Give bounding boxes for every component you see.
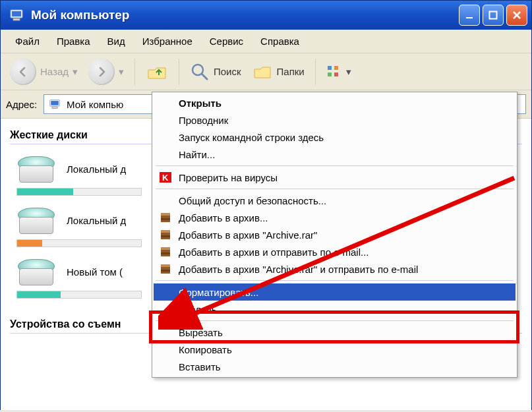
ctx-sharing[interactable]: Общий доступ и безопасность... <box>154 192 516 209</box>
winrar-icon <box>159 246 172 258</box>
folders-label: Папки <box>277 66 305 77</box>
svg-rect-1 <box>12 11 21 16</box>
ctx-rar-email[interactable]: Добавить в архив и отправить по e-mail..… <box>154 243 516 260</box>
window-title: Мой компьютер <box>31 8 456 22</box>
address-label: Адрес: <box>6 99 37 110</box>
menubar: Файл Правка Вид Избранное Сервис Справка <box>1 30 531 53</box>
titlebar: Мой компьютер <box>0 0 532 30</box>
svg-rect-3 <box>466 17 473 18</box>
folders-icon <box>252 63 273 81</box>
svg-rect-7 <box>334 66 338 70</box>
toolbar-separator <box>179 59 179 85</box>
svg-text:K: K <box>162 173 169 183</box>
up-button[interactable] <box>142 59 172 84</box>
svg-rect-8 <box>328 73 332 76</box>
menu-edit[interactable]: Правка <box>49 34 98 49</box>
drive-usage-bar <box>16 188 142 196</box>
maximize-button[interactable] <box>483 5 504 26</box>
winrar-icon <box>159 229 172 241</box>
menu-tools[interactable]: Сервис <box>202 34 251 49</box>
winrar-icon <box>159 263 172 275</box>
folder-up-icon <box>146 62 168 82</box>
forward-button[interactable]: ▾ <box>84 56 128 88</box>
chevron-down-icon: ▾ <box>73 66 78 78</box>
ctx-copy[interactable]: Копировать <box>154 341 516 358</box>
ctx-eject[interactable]: Извлечь <box>154 301 516 318</box>
back-button[interactable]: Назад ▾ <box>6 56 82 88</box>
svg-rect-2 <box>13 18 20 20</box>
ctx-separator <box>156 320 514 321</box>
my-computer-icon <box>48 98 61 110</box>
svg-rect-12 <box>52 107 57 108</box>
back-arrow-icon <box>10 59 36 85</box>
svg-rect-9 <box>334 73 338 76</box>
svg-rect-23 <box>161 252 170 254</box>
search-button[interactable]: Поиск <box>186 59 245 84</box>
ctx-cmd-here[interactable]: Запуск командной строки здесь <box>154 129 516 146</box>
drive-usage-bar <box>16 239 142 247</box>
svg-rect-22 <box>161 247 170 250</box>
drive-label: Локальный д <box>67 163 126 175</box>
ctx-separator <box>156 189 514 189</box>
toolbar-separator <box>134 59 135 85</box>
search-label: Поиск <box>214 66 241 77</box>
menu-view[interactable]: Вид <box>100 34 133 49</box>
ctx-rar-add[interactable]: Добавить в архив... <box>154 209 516 226</box>
context-menu: Открыть Проводник Запуск командной строк… <box>152 92 517 378</box>
back-label: Назад <box>40 66 69 77</box>
chevron-down-icon: ▾ <box>346 66 351 78</box>
folders-button[interactable]: Папки <box>248 60 309 84</box>
hard-drive-icon <box>15 154 57 184</box>
svg-rect-6 <box>328 66 332 70</box>
ctx-separator <box>156 165 514 166</box>
drive-label: Локальный д <box>67 215 126 226</box>
svg-rect-17 <box>161 218 170 220</box>
winrar-icon <box>159 212 172 223</box>
toolbar-separator <box>315 59 316 85</box>
minimize-button[interactable] <box>459 5 480 26</box>
views-button[interactable]: ▾ <box>322 62 355 82</box>
svg-rect-16 <box>161 213 170 216</box>
svg-rect-4 <box>490 12 497 19</box>
ctx-format[interactable]: Форматировать... <box>154 283 516 301</box>
menu-file[interactable]: Файл <box>7 34 47 49</box>
ctx-explorer[interactable]: Проводник <box>154 111 516 129</box>
hard-drive-icon <box>15 256 57 287</box>
address-value: Мой компью <box>67 99 123 110</box>
menu-fav[interactable]: Избранное <box>134 34 200 49</box>
ctx-rar-email-named[interactable]: Добавить в архив "Archive.rar" и отправи… <box>154 260 516 278</box>
ctx-cut[interactable]: Вырезать <box>154 324 516 341</box>
menu-help[interactable]: Справка <box>252 34 307 49</box>
kaspersky-icon: K <box>159 171 172 183</box>
drive-label: Новый том ( <box>67 266 123 278</box>
ctx-separator <box>156 280 514 281</box>
search-icon <box>190 62 210 82</box>
ctx-rar-add-named[interactable]: Добавить в архив "Archive.rar" <box>154 226 516 243</box>
svg-rect-19 <box>161 230 170 233</box>
my-computer-icon <box>9 7 24 23</box>
views-icon <box>326 65 342 79</box>
ctx-open[interactable]: Открыть <box>154 94 516 111</box>
drive-usage-bar <box>16 291 142 299</box>
svg-rect-20 <box>161 235 170 237</box>
svg-rect-25 <box>161 264 170 267</box>
ctx-virus-scan[interactable]: K Проверить на вирусы <box>154 169 516 186</box>
forward-arrow-icon <box>88 59 115 85</box>
close-button[interactable] <box>506 5 527 26</box>
chevron-down-icon: ▾ <box>119 66 124 78</box>
toolbar: Назад ▾ ▾ Поиск <box>1 53 531 90</box>
ctx-paste[interactable]: Вставить <box>154 358 516 375</box>
hard-drive-icon <box>15 205 57 235</box>
svg-rect-26 <box>161 270 170 272</box>
svg-rect-11 <box>51 101 58 105</box>
ctx-find[interactable]: Найти... <box>154 146 516 163</box>
